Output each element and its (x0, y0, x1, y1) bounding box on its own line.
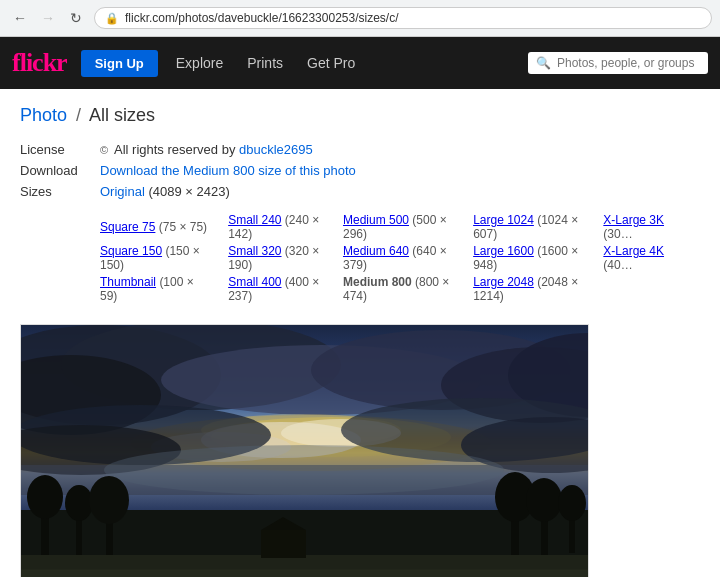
size-link-sq75[interactable]: Square 75 (100, 220, 155, 234)
search-icon: 🔍 (536, 56, 551, 70)
size-link-lg2048[interactable]: Large 2048 (473, 275, 534, 289)
copyright-icon: © (100, 144, 108, 156)
size-cell-empty (603, 275, 700, 306)
reload-button[interactable]: ↻ (64, 6, 88, 30)
size-cell-med800: Medium 800 (800 × 474) (343, 275, 473, 306)
license-label: License (20, 142, 100, 157)
search-input[interactable] (557, 56, 697, 70)
meta-table: License © All rights reserved by dbuckle… (20, 142, 700, 199)
back-button[interactable]: ← (8, 6, 32, 30)
address-bar[interactable]: 🔒 flickr.com/photos/davebuckle/166233002… (94, 7, 712, 29)
size-cell-med640: Medium 640 (640 × 379) (343, 244, 473, 275)
size-link-sm320[interactable]: Small 320 (228, 244, 281, 258)
sizes-label: Sizes (20, 184, 100, 199)
sizes-row-1: Square 75 (75 × 75) Small 240 (240 × 142… (100, 213, 700, 244)
license-row: License © All rights reserved by dbuckle… (20, 142, 700, 157)
size-cell-lg1600: Large 1600 (1600 × 948) (473, 244, 603, 275)
size-link-sm400[interactable]: Small 400 (228, 275, 281, 289)
signup-button[interactable]: Sign Up (81, 50, 158, 77)
breadcrumb: Photo / All sizes (20, 105, 700, 126)
browser-toolbar: ← → ↻ 🔒 flickr.com/photos/davebuckle/166… (0, 0, 720, 36)
sizes-table: Square 75 (75 × 75) Small 240 (240 × 142… (100, 213, 700, 306)
svg-point-26 (65, 485, 93, 521)
svg-point-34 (558, 485, 586, 521)
breadcrumb-photo-link[interactable]: Photo (20, 105, 67, 125)
size-link-med500[interactable]: Medium 500 (343, 213, 409, 227)
size-cell-sm320: Small 320 (320 × 190) (228, 244, 343, 275)
search-box: 🔍 (528, 52, 708, 74)
size-cell-xl3k: X-Large 3K (30… (603, 213, 700, 244)
sizes-row: Sizes Original (4089 × 2423) (20, 184, 700, 199)
svg-point-32 (526, 478, 562, 522)
size-link-thumb[interactable]: Thumbnail (100, 275, 156, 289)
svg-point-24 (27, 475, 63, 519)
download-value: Download the Medium 800 size of this pho… (100, 163, 356, 178)
forward-button[interactable]: → (36, 6, 60, 30)
svg-rect-22 (21, 570, 588, 577)
breadcrumb-current: All sizes (89, 105, 155, 125)
size-cell-lg2048: Large 2048 (2048 × 1214) (473, 275, 603, 306)
sizes-grid-container: Square 75 (75 × 75) Small 240 (240 × 142… (100, 213, 700, 306)
size-link-med640[interactable]: Medium 640 (343, 244, 409, 258)
breadcrumb-separator: / (76, 105, 81, 125)
size-cell-sq75: Square 75 (75 × 75) (100, 213, 228, 244)
nav-buttons: ← → ↻ (8, 6, 88, 30)
flickr-logo: flickr (12, 48, 67, 78)
size-cell-thumb: Thumbnail (100 × 59) (100, 275, 228, 306)
svg-point-19 (104, 445, 504, 495)
size-dim-sq75: (75 × 75) (159, 220, 207, 234)
download-row: Download Download the Medium 800 size of… (20, 163, 700, 178)
svg-rect-37 (286, 533, 298, 558)
size-link-xl4k[interactable]: X-Large 4K (603, 244, 664, 258)
license-user-link[interactable]: dbuckle2695 (239, 142, 313, 157)
nav-getpro[interactable]: Get Pro (295, 37, 367, 89)
license-value: © All rights reserved by dbuckle2695 (100, 142, 313, 157)
size-link-lg1024[interactable]: Large 1024 (473, 213, 534, 227)
download-link[interactable]: Download the Medium 800 size of this pho… (100, 163, 356, 178)
browser-chrome: ← → ↻ 🔒 flickr.com/photos/davebuckle/166… (0, 0, 720, 37)
size-cell-med500: Medium 500 (500 × 296) (343, 213, 473, 244)
size-cell-sq150: Square 150 (150 × 150) (100, 244, 228, 275)
license-text: All rights reserved by (114, 142, 235, 157)
lock-icon: 🔒 (105, 12, 119, 25)
nav-links: Explore Prints Get Pro (164, 37, 368, 89)
sizes-row-2: Square 150 (150 × 150) Small 320 (320 × … (100, 244, 700, 275)
flickr-navbar: flickr Sign Up Explore Prints Get Pro 🔍 (0, 37, 720, 89)
size-link-lg1600[interactable]: Large 1600 (473, 244, 534, 258)
photo-container (20, 324, 589, 577)
original-dim: (4089 × 2423) (148, 184, 229, 199)
size-cell-sm240: Small 240 (240 × 142) (228, 213, 343, 244)
nav-prints[interactable]: Prints (235, 37, 295, 89)
size-cell-lg1024: Large 1024 (1024 × 607) (473, 213, 603, 244)
size-link-sm240[interactable]: Small 240 (228, 213, 281, 227)
sizes-row-3: Thumbnail (100 × 59) Small 400 (400 × 23… (100, 275, 700, 306)
nav-explore[interactable]: Explore (164, 37, 235, 89)
size-dim-xl3k: (30… (603, 227, 632, 241)
download-label: Download (20, 163, 100, 178)
photo-image (21, 325, 588, 577)
svg-point-28 (89, 476, 129, 524)
size-dim-xl4k: (40… (603, 258, 632, 272)
size-cell-xl4k: X-Large 4K (40… (603, 244, 700, 275)
original-size: Original (4089 × 2423) (100, 184, 230, 199)
svg-rect-35 (261, 530, 306, 558)
original-link[interactable]: Original (100, 184, 145, 199)
size-cell-sm400: Small 400 (400 × 237) (228, 275, 343, 306)
size-label-med800: Medium 800 (343, 275, 412, 289)
url-text: flickr.com/photos/davebuckle/16623300253… (125, 11, 701, 25)
size-link-xl3k[interactable]: X-Large 3K (603, 213, 664, 227)
page-content: Photo / All sizes License © All rights r… (0, 89, 720, 577)
size-link-sq150[interactable]: Square 150 (100, 244, 162, 258)
